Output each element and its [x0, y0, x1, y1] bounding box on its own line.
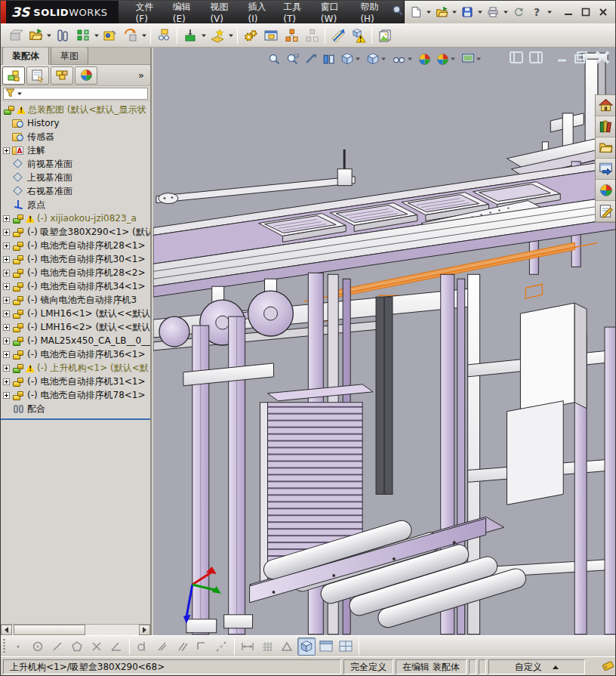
previous-view-button[interactable]: [303, 51, 319, 67]
tree-item[interactable]: (-) 电池壳自动排序机36<1>: [1, 347, 150, 361]
tree-expander-icon[interactable]: [3, 365, 10, 372]
tree-horizontal-scrollbar[interactable]: [1, 624, 150, 635]
simulation-button[interactable]: [241, 26, 260, 45]
move-component-button[interactable]: [121, 26, 140, 45]
tab-sketch[interactable]: 草图: [51, 48, 88, 64]
new-dropdown-icon[interactable]: [426, 9, 432, 15]
tree-expander-icon[interactable]: [3, 378, 10, 385]
tree-filter-input[interactable]: [3, 88, 148, 100]
four-view-button[interactable]: [337, 637, 355, 656]
section-view-button[interactable]: [321, 51, 337, 67]
custom-properties-tab[interactable]: [596, 201, 616, 222]
tree-item[interactable]: 上视基准面: [1, 171, 150, 184]
insert-components-button[interactable]: [26, 26, 45, 45]
tag-icon[interactable]: [602, 660, 614, 674]
exploded-view-button[interactable]: [282, 26, 301, 45]
tree-expander-icon[interactable]: [3, 256, 10, 263]
zoom-to-area-button[interactable]: [285, 51, 300, 67]
tree-item[interactable]: 原点: [1, 198, 150, 211]
move-dropdown-icon[interactable]: [141, 32, 147, 39]
search-icon[interactable]: [392, 5, 404, 20]
filter-dropdown-icon[interactable]: [17, 91, 23, 97]
maximize-button[interactable]: [579, 7, 592, 18]
hide-show-items-button[interactable]: [390, 51, 414, 67]
split-pane-right-button[interactable]: [529, 51, 543, 66]
scrollbar-thumb[interactable]: [14, 625, 85, 635]
insert-components-dropdown-icon[interactable]: [46, 32, 52, 39]
print-button[interactable]: [485, 4, 501, 20]
tree-item[interactable]: 前视基准面: [1, 157, 150, 171]
split-pane-left-button[interactable]: [510, 51, 523, 66]
tree-item[interactable]: 右视基准面: [1, 184, 150, 198]
tree-item[interactable]: (-) 电池壳自动排序机28<2>: [1, 266, 150, 279]
tree-item[interactable]: (-) 电池壳自动排序机34<1>: [1, 279, 150, 293]
tree-item[interactable]: (-) 电池壳自动排序机28<1>: [1, 239, 150, 252]
propertymanager-tab[interactable]: [26, 66, 49, 85]
save-dropdown-icon[interactable]: [477, 9, 483, 15]
tree-expander-icon[interactable]: [3, 215, 10, 222]
file-explorer-tab[interactable]: [596, 137, 616, 159]
close-button[interactable]: [596, 7, 609, 18]
scroll-right-button[interactable]: [139, 625, 150, 635]
tree-expander-icon[interactable]: [3, 338, 10, 344]
tree-item[interactable]: (-) xijiaokou-jzi0823_a: [1, 211, 150, 225]
linear-component-pattern-button[interactable]: [73, 26, 93, 45]
tree-item[interactable]: (-) 镜向电池壳自动排序机3: [1, 293, 150, 307]
tree-expander-icon[interactable]: [3, 270, 10, 276]
tree-item[interactable]: (-) 电池壳自动排序机30<1>: [1, 252, 150, 266]
display-style-button[interactable]: [365, 51, 388, 67]
tree-item[interactable]: (-) 电池壳自动排序机78<1>: [1, 388, 150, 402]
rebuild-button[interactable]: [510, 4, 527, 20]
tab-assembly[interactable]: 装配体: [2, 48, 49, 65]
appearances-scenes-tab[interactable]: [596, 180, 616, 201]
take-snapshot-button[interactable]: [375, 26, 395, 45]
zoom-to-fit-button[interactable]: [266, 51, 282, 67]
new-motion-study-button[interactable]: [261, 26, 281, 45]
reference-geometry-button[interactable]: [208, 26, 227, 45]
open-dropdown-icon[interactable]: [451, 9, 457, 15]
tree-expander-icon[interactable]: [3, 242, 10, 249]
help-button[interactable]: ?: [528, 4, 545, 20]
scroll-left-button[interactable]: [1, 625, 12, 635]
view-orientation-button[interactable]: [339, 51, 362, 67]
manager-overflow-button[interactable]: »: [138, 69, 149, 81]
document-restore-button[interactable]: [574, 51, 588, 66]
solidworks-resources-tab[interactable]: [596, 95, 616, 116]
edit-appearance-button[interactable]: [417, 51, 433, 67]
minimize-button[interactable]: [562, 7, 574, 18]
tree-item[interactable]: History: [1, 116, 150, 130]
assembly-features-dropdown-icon[interactable]: [201, 32, 207, 39]
open-document-button[interactable]: [433, 4, 450, 20]
tree-pane-splitter[interactable]: [1, 418, 150, 420]
tree-item[interactable]: (-) 电池壳自动排序机31<1>: [1, 375, 150, 388]
measure-button[interactable]: [328, 26, 348, 45]
units-selector[interactable]: 自定义: [488, 659, 585, 674]
tree-item[interactable]: (-) 吸塑盒380X290<1> (默认: [1, 225, 150, 239]
toolbar-grip[interactable]: [3, 639, 5, 654]
interference-detection-button[interactable]: !: [349, 26, 368, 45]
save-button[interactable]: [459, 4, 476, 20]
tree-expander-icon[interactable]: [3, 229, 10, 236]
show-hidden-components-button[interactable]: [154, 26, 174, 45]
tree-expander-icon[interactable]: [3, 351, 10, 358]
tree-item[interactable]: (-) 上升机构<1> (默认<默: [1, 361, 150, 375]
featuremanager-tree-tab[interactable]: [2, 66, 25, 85]
document-minimize-button[interactable]: [556, 51, 568, 66]
reference-geometry-dropdown-icon[interactable]: [228, 32, 234, 39]
tree-expander-icon[interactable]: [3, 310, 10, 317]
displaymanager-tab[interactable]: [75, 66, 97, 85]
graphics-viewport[interactable]: [153, 48, 616, 635]
view-settings-button[interactable]: [460, 51, 483, 67]
tree-item[interactable]: 总装配图 (默认<默认_显示状: [1, 103, 150, 116]
tree-item[interactable]: 配合: [1, 402, 150, 415]
design-library-tab[interactable]: [596, 116, 616, 137]
view-palette-tab[interactable]: [596, 159, 616, 180]
tree-item[interactable]: 注解: [1, 144, 150, 157]
new-document-button[interactable]: [408, 4, 424, 20]
smart-fasteners-button[interactable]: [100, 26, 120, 45]
mate-button[interactable]: [53, 26, 72, 45]
print-dropdown-icon[interactable]: [503, 9, 509, 15]
shaded-with-edges-button[interactable]: [297, 637, 316, 656]
tree-item[interactable]: (-) LMH16<1> (默认<<默认>_: [1, 307, 150, 320]
tree-item[interactable]: (-) LMH16<2> (默认<<默认>_: [1, 320, 150, 334]
